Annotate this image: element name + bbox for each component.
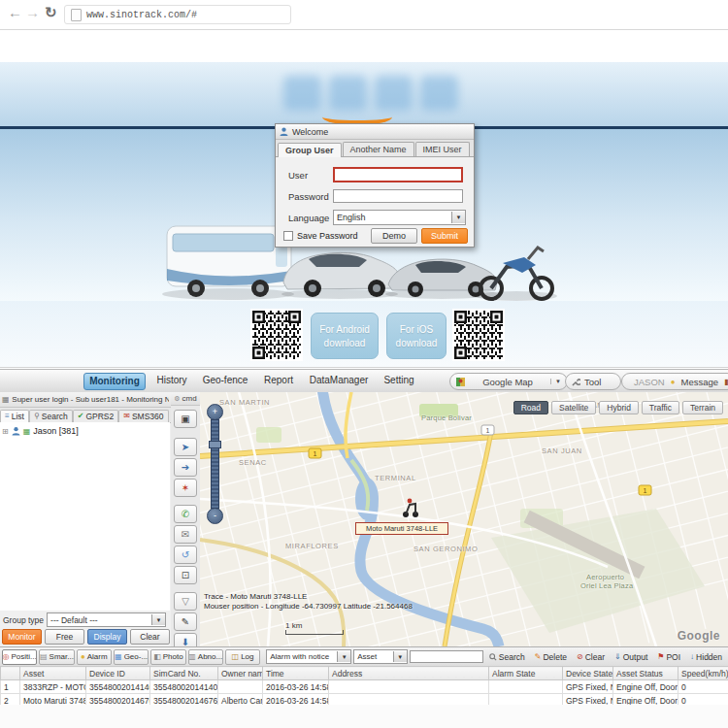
edit-icon[interactable]: ✎ <box>174 612 197 631</box>
output-button[interactable]: ⇓ Output <box>611 650 651 664</box>
map-type-satellite[interactable]: Satellite <box>551 401 596 414</box>
map-type-hybrid[interactable]: Hybrid <box>599 401 639 414</box>
tab-geo-fence[interactable]: Geo-fence <box>198 373 252 388</box>
tab-log[interactable]: ◫Log <box>225 649 260 665</box>
android-download-line2: download <box>324 338 366 348</box>
message-button[interactable]: Message <box>681 377 719 387</box>
password-field[interactable] <box>333 189 463 203</box>
col-owner[interactable]: Owner name <box>218 667 263 680</box>
browser-reload-icon[interactable]: ↻ <box>45 4 57 21</box>
tab-another-name[interactable]: Another Name <box>343 142 414 156</box>
tab-sms[interactable]: ✉SMS360 <box>118 410 168 422</box>
ios-download-button[interactable]: For iOS download <box>386 313 447 359</box>
tab-position[interactable]: ◎Positi... <box>2 649 37 665</box>
map-canvas[interactable]: 1 1 1 Road Satellite Hybrid Traffic Te <box>200 392 728 646</box>
col-speed[interactable]: Speed(km/h) <box>678 667 728 680</box>
screen-icon[interactable]: ▣ <box>174 410 197 428</box>
filter-icon[interactable]: ▽ <box>174 592 197 611</box>
user-field[interactable] <box>333 167 463 182</box>
tab-alarm[interactable]: ●Alarm <box>77 649 112 665</box>
mileage-icon[interactable]: ⊡ <box>174 566 197 584</box>
tab-photo[interactable]: ◧Photo <box>150 649 185 665</box>
monitor-icon: ▦ <box>2 395 9 404</box>
tab-history[interactable]: History <box>149 373 194 388</box>
tool-label: Tool <box>584 377 601 387</box>
zoom-slider-track[interactable] <box>211 419 219 509</box>
map-area-label: Parque Bolivar <box>421 414 472 422</box>
tab-group-user[interactable]: Group User <box>278 143 342 157</box>
submit-button[interactable]: Submit <box>421 228 468 244</box>
browser-forward-icon[interactable]: → <box>25 4 40 20</box>
tab-search[interactable]: ⚲Search <box>29 410 73 422</box>
map-pin-icon <box>456 378 465 386</box>
clear-button-toolbar[interactable]: ⊘ Clear <box>573 650 609 664</box>
locate-icon[interactable]: ➤ <box>174 438 197 456</box>
map-area-label: TERMINAL <box>375 474 416 482</box>
delete-button[interactable]: ✎ Delete <box>531 650 571 664</box>
cmd-panel: ⚙ cmd ▣ ➤ ➔ ✶ ✆ ✉ ↺ ⊡ ▽ ✎ ⬇ <box>171 392 201 646</box>
col-device-id[interactable]: Device ID <box>86 667 150 680</box>
zoom-slider-handle[interactable] <box>209 441 221 448</box>
search-button[interactable]: Search <box>485 650 529 664</box>
map-type-terrain[interactable]: Terrain <box>682 401 723 414</box>
tab-datamanager[interactable]: DataManager <box>305 373 373 388</box>
map-provider-select[interactable]: Google Map ▼ <box>449 373 568 390</box>
asset-select[interactable]: Asset ▼ <box>353 649 408 664</box>
col-asset[interactable]: Asset <box>20 667 86 680</box>
tab-geo[interactable]: ▦Geo-... <box>114 649 149 665</box>
clear-button[interactable]: Clear <box>130 629 170 645</box>
call-icon[interactable]: ✆ <box>174 505 197 523</box>
display-button[interactable]: Display <box>87 629 127 645</box>
map-zoom-control: + - <box>207 404 221 522</box>
free-button[interactable]: Free <box>45 629 84 645</box>
map-area-label: SAN GERONIMO <box>414 545 478 553</box>
tree-item-label: Jason [381] <box>33 426 79 436</box>
address-bar[interactable]: www.sinotrack.com/# <box>64 5 291 24</box>
table-row[interactable]: 1 3833RZP - MOTO 355480020141408 3554800… <box>1 680 728 694</box>
zoom-out-button[interactable]: - <box>207 508 223 524</box>
zoom-in-button[interactable]: + <box>207 404 223 420</box>
expander-icon[interactable]: ⊞ <box>2 427 9 436</box>
tab-smart[interactable]: ▤Smar... <box>39 649 74 665</box>
map-type-road[interactable]: Road <box>513 401 548 414</box>
group-type-select[interactable]: --- Default --- ▼ <box>47 612 166 627</box>
tab-imei-user[interactable]: IMEI User <box>415 142 470 156</box>
col-device-state[interactable]: Device State <box>563 667 613 680</box>
marker-label[interactable]: Moto Maruti 3748-LLE <box>355 522 448 535</box>
session-user-label[interactable]: JASON <box>634 377 665 387</box>
map-type-traffic[interactable]: Traffic <box>642 401 679 414</box>
tool-button[interactable]: Tool <box>565 373 621 390</box>
col-simcard[interactable]: SimCard No. <box>150 667 218 680</box>
tab-gprs[interactable]: ✔GPRS2 <box>73 410 119 422</box>
language-select[interactable]: English ▼ <box>333 210 466 225</box>
hidden-button[interactable]: ↓ Hidden <box>686 650 726 664</box>
tab-setting[interactable]: Setting <box>377 373 421 388</box>
demo-button[interactable]: Demo <box>371 228 417 244</box>
col-alarm-state[interactable]: Alarm State <box>489 667 563 680</box>
login-title-bar[interactable]: Welcome <box>276 124 474 140</box>
tab-monitoring[interactable]: Monitoring <box>83 373 146 390</box>
poi-button[interactable]: ⚑ POI <box>653 650 684 664</box>
table-empty-area <box>0 705 728 728</box>
android-download-button[interactable]: For Android download <box>311 313 379 359</box>
tree-item-jason[interactable]: ⊞ ▦ Jason [381] <box>0 422 170 440</box>
save-password-checkbox[interactable] <box>283 231 293 241</box>
svg-text:1: 1 <box>644 487 647 494</box>
col-index[interactable] <box>1 667 20 680</box>
sms-icon[interactable]: ✉ <box>174 525 197 544</box>
send-icon[interactable]: ➔ <box>174 458 197 477</box>
col-time[interactable]: Time <box>263 667 329 680</box>
browser-toolbar: ← → ↻ www.sinotrack.com/# <box>0 0 728 30</box>
alarm-notice-select[interactable]: Alarm with notice ▼ <box>266 649 351 664</box>
reply-icon[interactable]: ↺ <box>174 546 197 564</box>
browser-back-icon[interactable]: ← <box>8 4 22 20</box>
tab-list[interactable]: ≡List <box>0 410 29 422</box>
col-address[interactable]: Address <box>329 667 489 680</box>
tab-abnormal[interactable]: ▥Abno... <box>188 649 223 665</box>
tab-report[interactable]: Report <box>256 373 301 388</box>
alarm-icon[interactable]: ✶ <box>174 479 197 497</box>
col-asset-status[interactable]: Asset Status <box>613 667 678 680</box>
asset-search-input[interactable] <box>410 650 483 663</box>
trace-line1: Trace - Moto Maruti 3748-LLE <box>204 592 413 602</box>
monitor-button[interactable]: Monitor <box>2 629 42 645</box>
